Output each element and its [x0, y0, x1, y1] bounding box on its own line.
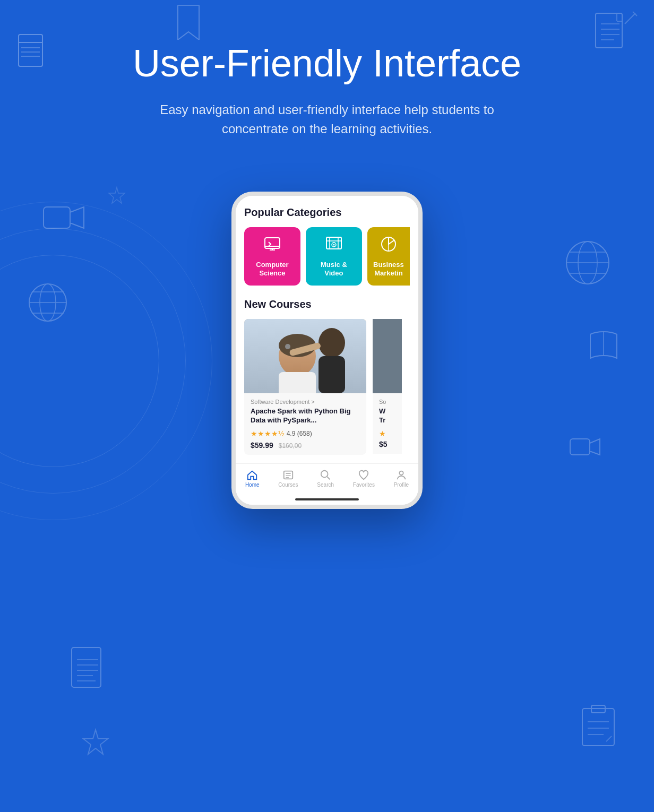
svg-rect-22	[72, 647, 101, 687]
nav-profile-label: Profile	[394, 482, 409, 488]
svg-rect-37	[591, 705, 605, 713]
svg-line-74	[327, 477, 330, 479]
svg-point-75	[399, 471, 403, 475]
svg-marker-42	[83, 730, 108, 754]
course-rating: ★★★★½ 4.9 (658)	[251, 429, 360, 438]
course-image-apache-spark	[244, 319, 366, 393]
nav-profile[interactable]: Profile	[394, 469, 409, 488]
new-courses-title: New Courses	[244, 298, 410, 310]
phone-bottom-bar	[236, 494, 418, 505]
svg-rect-61	[319, 356, 345, 393]
stars: ★★★★½	[251, 429, 285, 438]
hero-section: User-Friendly Interface Easy navigation …	[0, 0, 654, 160]
course-card-apache-spark[interactable]: Software Development > Apache Spark with…	[244, 319, 366, 455]
category-business-marketing[interactable]: BusinessMarketin	[367, 227, 410, 286]
business-marketing-icon	[380, 236, 397, 256]
popular-categories-title: Popular Categories	[244, 206, 410, 219]
nav-favorites-label: Favorites	[353, 482, 375, 488]
nav-favorites[interactable]: Favorites	[353, 469, 375, 488]
popular-categories-section: Popular Categories	[244, 206, 410, 286]
nav-courses-label: Courses	[278, 482, 298, 488]
computer-science-label: ComputerScience	[256, 261, 288, 277]
music-video-icon	[325, 236, 342, 256]
svg-point-60	[319, 328, 345, 358]
nav-home-label: Home	[245, 482, 260, 488]
category-music-video[interactable]: Music &Video	[306, 227, 362, 286]
new-courses-section: New Courses	[244, 298, 410, 455]
course-title: Apache Spark with Python Big Data with P…	[251, 407, 360, 425]
phone-container: Popular Categories	[0, 192, 654, 509]
course-price: $59.99 $160,00	[251, 441, 360, 450]
bottom-nav: Home Courses Search	[236, 463, 418, 494]
business-marketing-label: BusinessMarketin	[373, 261, 404, 277]
favorites-icon	[358, 469, 369, 481]
search-icon	[320, 469, 331, 481]
music-video-label: Music &Video	[321, 261, 347, 277]
svg-point-55	[333, 244, 334, 246]
profile-icon	[395, 469, 407, 481]
nav-search[interactable]: Search	[317, 469, 334, 488]
nav-courses[interactable]: Courses	[278, 469, 298, 488]
phone-mockup: Popular Categories	[231, 192, 423, 509]
page-title: User-Friendly Interface	[21, 42, 633, 84]
home-icon	[246, 469, 258, 481]
svg-point-63	[285, 344, 290, 349]
nav-home[interactable]: Home	[245, 469, 260, 488]
phone-screen: Popular Categories	[236, 196, 418, 505]
home-indicator	[295, 498, 359, 500]
categories-grid: ComputerScience	[244, 227, 410, 286]
category-computer-science[interactable]: ComputerScience	[244, 227, 300, 286]
partial-inner: So WTr ★ $5	[373, 319, 402, 454]
course-category: Software Development >	[251, 399, 360, 405]
svg-rect-66	[373, 319, 402, 393]
courses-icon	[282, 469, 294, 481]
svg-point-73	[321, 471, 328, 478]
nav-search-label: Search	[317, 482, 334, 488]
svg-rect-36	[582, 709, 614, 746]
course-card-partial: So WTr ★ $5	[373, 319, 402, 455]
computer-science-icon	[264, 236, 281, 256]
app-content: Popular Categories	[236, 196, 418, 455]
svg-line-41	[606, 736, 612, 741]
price-original: $160,00	[279, 442, 302, 450]
price-current: $59.99	[251, 441, 273, 450]
rating-text: 4.9 (658)	[287, 430, 312, 437]
course-info-apache-spark: Software Development > Apache Spark with…	[244, 393, 366, 455]
hero-subtitle: Easy navigation and user-friendly interf…	[141, 100, 513, 139]
courses-list: Software Development > Apache Spark with…	[244, 319, 410, 455]
svg-rect-64	[279, 372, 316, 393]
